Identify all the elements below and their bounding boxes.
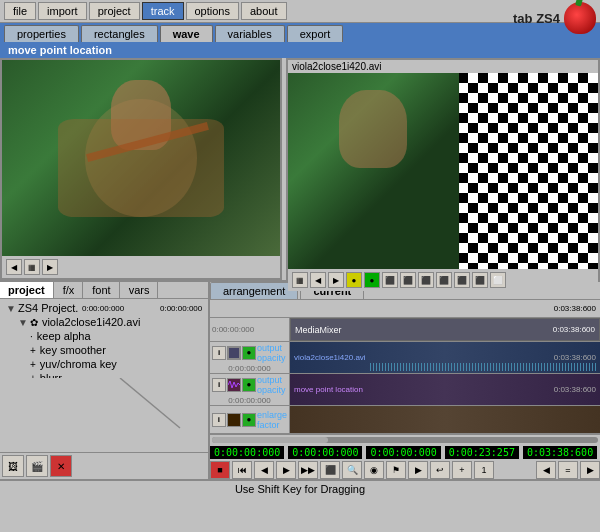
- tab-properties[interactable]: properties: [4, 25, 79, 42]
- timeline-tab-arrangement[interactable]: arrangement: [210, 282, 298, 299]
- status-bar: Use Shift Key for Dragging: [0, 479, 600, 497]
- right-ctrl6[interactable]: ⬛: [472, 272, 488, 288]
- row3-green-btn[interactable]: ●: [242, 378, 256, 392]
- right-video-panel: viola2close1i420.avi ▦ ◀ ▶ ● ● ⬛ ⬛ ⬛ ⬛ ⬛…: [286, 58, 600, 280]
- tab-rectangles[interactable]: rectangles: [81, 25, 158, 42]
- main-content: ◀ ▦ ▶ viola2close1i420.avi ▦ ◀ ▶ ● ● ⬛ ⬛…: [0, 58, 600, 280]
- transport-play[interactable]: ▶: [276, 461, 296, 479]
- tab-variables[interactable]: variables: [215, 25, 285, 42]
- tree-item[interactable]: +yuv/chroma key: [4, 357, 204, 371]
- row3-label[interactable]: output opacity: [257, 375, 287, 395]
- tab-wave[interactable]: wave: [160, 25, 213, 42]
- right-green-btn[interactable]: ●: [364, 272, 380, 288]
- left-grid-btn[interactable]: ▦: [24, 259, 40, 275]
- mediamixer-block: MediaMixer 0:03:38:600: [290, 318, 600, 341]
- transport-play2[interactable]: ▶: [408, 461, 428, 479]
- right-ctrl5[interactable]: ⬛: [454, 272, 470, 288]
- transport-to-start[interactable]: ⏮: [232, 461, 252, 479]
- row2-i-btn[interactable]: i: [212, 346, 226, 360]
- right-yellow-btn[interactable]: ●: [346, 272, 362, 288]
- right-ctrl3[interactable]: ⬛: [418, 272, 434, 288]
- row3-track[interactable]: move point location 0:03:38:600: [290, 374, 600, 405]
- transport-return[interactable]: ↩: [430, 461, 450, 479]
- right-play-btn[interactable]: ▶: [328, 272, 344, 288]
- timeline-row-1: 0:00:00:000 MediaMixer 0:03:38:600: [210, 318, 600, 342]
- menu-import[interactable]: import: [38, 2, 87, 20]
- transport-add[interactable]: +: [452, 461, 472, 479]
- right-ctrl4[interactable]: ⬛: [436, 272, 452, 288]
- row2-green-btn[interactable]: ●: [242, 346, 256, 360]
- tree-item[interactable]: ·keep alpha: [4, 329, 204, 343]
- bl-icon-2[interactable]: 🎬: [26, 455, 48, 477]
- transport-mark[interactable]: ⬛: [320, 461, 340, 479]
- tree-expand-icon: ▼: [18, 317, 28, 328]
- row4-thumb[interactable]: [227, 413, 241, 427]
- right-ctrl1[interactable]: ⬛: [382, 272, 398, 288]
- mediamixer-label: MediaMixer: [295, 325, 342, 335]
- right-prev-btn[interactable]: ◀: [310, 272, 326, 288]
- scroll-thumb[interactable]: [212, 437, 328, 443]
- menu-about[interactable]: about: [241, 2, 287, 20]
- transport-prev[interactable]: ◀: [254, 461, 274, 479]
- tab-bar: properties rectangles wave variables exp…: [0, 23, 600, 42]
- time-val-5: 0:03:38:600: [523, 446, 597, 459]
- figure-body: [58, 119, 225, 217]
- active-label-bar: move point location: [0, 42, 600, 58]
- left-tab-font[interactable]: font: [84, 282, 119, 298]
- right-grid-btn[interactable]: ▦: [292, 272, 308, 288]
- right-ctrl7[interactable]: ⬜: [490, 272, 506, 288]
- left-tab-fx[interactable]: f/x: [55, 282, 84, 298]
- person-overlay: [288, 73, 459, 269]
- row2-waveform: [370, 363, 596, 371]
- header-time-left: 0:00:00:000: [82, 304, 124, 313]
- transport-stop[interactable]: ■: [210, 461, 230, 479]
- left-tab-vars[interactable]: vars: [121, 282, 159, 298]
- row4-label[interactable]: enlarge factor: [257, 410, 287, 430]
- header-time-right: 0:03:38:600: [554, 304, 596, 313]
- transport-record[interactable]: ◉: [364, 461, 384, 479]
- timeline-scrollbar[interactable]: [210, 434, 600, 444]
- menu-options[interactable]: options: [186, 2, 239, 20]
- transport-zoom[interactable]: 🔍: [342, 461, 362, 479]
- left-tab-project[interactable]: project: [0, 282, 54, 298]
- tree-item[interactable]: +key smoother: [4, 343, 204, 357]
- row4-track[interactable]: [290, 406, 600, 433]
- row2-thumb[interactable]: [227, 346, 241, 360]
- transport-nav-eq[interactable]: =: [558, 461, 578, 479]
- transport-next[interactable]: ▶▶: [298, 461, 318, 479]
- tree-prefix-icon: +: [30, 359, 36, 370]
- row4-green-btn[interactable]: ●: [242, 413, 256, 427]
- bl-icon-1[interactable]: 🖼: [2, 455, 24, 477]
- left-video-display: [2, 60, 280, 256]
- right-ctrl2[interactable]: ⬛: [400, 272, 416, 288]
- row2-track[interactable]: viola2close1i420.avi 0:03:38:600: [290, 342, 600, 373]
- time-val-2: 0:00:00:000: [288, 446, 362, 459]
- menu-track[interactable]: track: [142, 2, 184, 20]
- transport-nav-prev[interactable]: ◀: [536, 461, 556, 479]
- transport-counter[interactable]: 1: [474, 461, 494, 479]
- left-next-btn[interactable]: ▶: [42, 259, 58, 275]
- menu-file[interactable]: file: [4, 2, 36, 20]
- left-prev-btn[interactable]: ◀: [6, 259, 22, 275]
- bl-icon-3[interactable]: ✕: [50, 455, 72, 477]
- left-tabs: project f/x font vars: [0, 282, 208, 299]
- row2-track-block: viola2close1i420.avi 0:03:38:600: [290, 342, 600, 373]
- time-val-4: 0:00:23:257: [445, 446, 519, 459]
- top-right-area: tab ZS4: [513, 2, 596, 34]
- app-logo: [564, 2, 596, 34]
- row3-i-btn[interactable]: i: [212, 378, 226, 392]
- transport-flag[interactable]: ⚑: [386, 461, 406, 479]
- row2-info: i ● output opacity 0:00:00:000: [210, 342, 290, 373]
- scroll-track[interactable]: [212, 437, 598, 443]
- row4-i-btn[interactable]: i: [212, 413, 226, 427]
- time-val-1: 0:00:00:000: [210, 446, 284, 459]
- transport-nav-next[interactable]: ▶: [580, 461, 600, 479]
- row2-label[interactable]: output opacity: [257, 343, 287, 363]
- tree-label: ZS4 Project.: [18, 302, 79, 314]
- tree-item[interactable]: ▼✿viola2close1i420.avi: [4, 315, 204, 329]
- row3-thumb[interactable]: [227, 378, 241, 392]
- tab-export[interactable]: export: [287, 25, 344, 42]
- menu-project[interactable]: project: [89, 2, 140, 20]
- row1-track[interactable]: MediaMixer 0:03:38:600: [290, 318, 600, 341]
- row4-btns: i ● enlarge factor: [212, 410, 287, 430]
